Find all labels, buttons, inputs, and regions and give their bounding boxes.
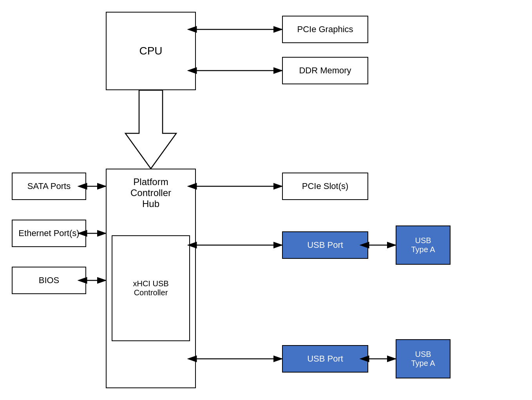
cpu-pch-big-arrow [125,90,176,169]
arrows-svg [0,0,532,400]
